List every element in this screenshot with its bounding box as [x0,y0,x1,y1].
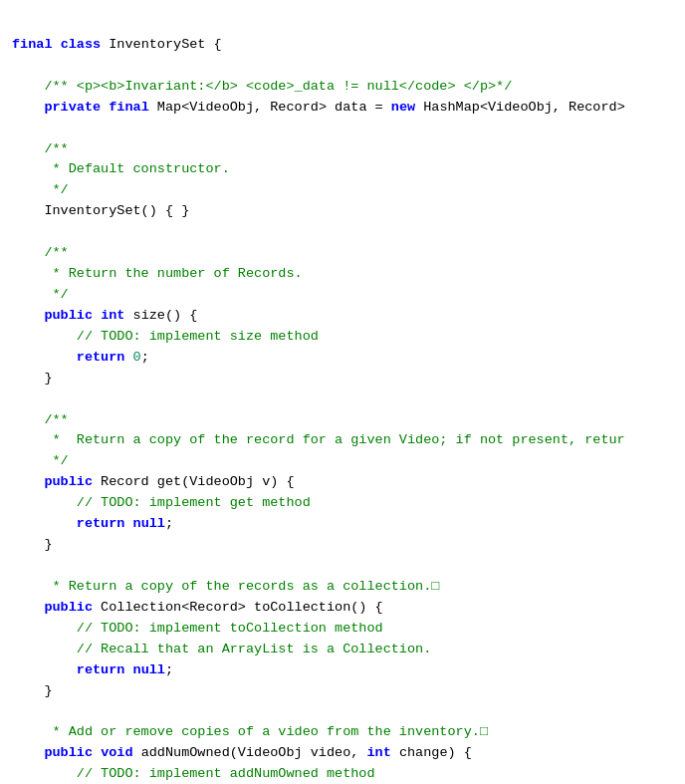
code-token: * Add or remove copies of a video from t… [12,724,488,739]
code-token [12,662,77,677]
code-token: public [44,745,93,760]
code-line: // TODO: implement size method [0,327,685,348]
code-token: ; [141,350,149,365]
code-token: addNumOwned(VideoObj video, [133,745,367,760]
code-token: void [101,745,132,760]
code-token [12,100,44,115]
code-token: // Recall that an ArrayList is a Collect… [12,642,431,656]
code-token [124,350,132,365]
code-token [12,600,44,615]
code-token: HashMap<VideoObj, Record> [415,100,625,115]
code-token: /** <p><b>Invariant:</b> <code>_data != … [12,79,512,94]
code-token: /** [12,245,69,260]
code-token: Collection<Record> toCollection() { [93,600,383,615]
code-line: public int size() { [0,306,685,327]
code-token: int [366,745,390,760]
code-token: null [133,516,165,531]
code-line: // TODO: implement toCollection method [0,619,685,640]
code-token: /** [12,412,69,427]
code-line [0,556,685,577]
code-line: } [0,681,685,702]
code-token: */ [12,453,69,468]
code-token: Record get(VideoObj v) { [93,474,295,489]
code-token [12,350,77,365]
code-line: return null; [0,660,685,681]
code-line: */ [0,451,685,472]
code-line: * Return a copy of the records as a coll… [0,577,685,598]
code-token: new [391,100,415,115]
code-token [12,745,44,760]
code-token: return [77,350,125,365]
code-line [0,56,685,77]
code-line: // Recall that an ArrayList is a Collect… [0,640,685,660]
code-token: return [77,516,125,531]
code-token: ; [165,662,173,677]
code-token: InventorySet { [101,37,222,52]
code-line: // TODO: implement get method [0,493,685,514]
code-line: public Collection<Record> toCollection()… [0,598,685,619]
code-token: /** [12,141,69,156]
code-line: */ [0,285,685,306]
code-token: class [61,37,102,52]
code-line: /** [0,243,685,264]
code-token [93,308,101,323]
code-token: ; [165,516,173,531]
code-line: /** <p><b>Invariant:</b> <code>_data != … [0,77,685,98]
code-line: public void addNumOwned(VideoObj video, … [0,743,685,764]
code-token: public [44,600,93,615]
code-line: } [0,369,685,390]
code-token: // TODO: implement toCollection method [12,621,383,636]
code-token: public [44,308,93,323]
code-line: private final Map<VideoObj, Record> data… [0,98,685,119]
code-line: /** [0,139,685,160]
code-token: // TODO: implement get method [12,495,311,510]
code-line: return null; [0,514,685,535]
code-token: } [12,371,53,386]
code-line: * Return the number of Records. [0,264,685,285]
code-token: null [133,662,165,677]
code-token: * Return a copy of the record for a give… [12,432,625,447]
code-token: Map<VideoObj, Record> data = [149,100,391,115]
code-line: } [0,535,685,556]
code-token: // TODO: implement addNumOwned method [12,766,375,781]
code-line: return 0; [0,348,685,369]
code-editor: final class InventorySet { /** <p><b>Inv… [0,10,685,784]
code-line: * Return a copy of the record for a give… [0,430,685,451]
code-token: int [101,308,124,323]
code-token: change) { [391,745,472,760]
code-token: final [12,37,53,52]
code-line [0,701,685,722]
code-token: * Return a copy of the records as a coll… [12,579,439,594]
code-token: */ [12,182,69,197]
code-token: size() { [124,308,197,323]
code-line: * Default constructor. [0,159,685,180]
code-token: // TODO: implement size method [12,329,319,344]
code-token: 0 [133,350,141,365]
code-line [0,222,685,243]
code-line: // TODO: implement addNumOwned method [0,764,685,784]
code-token: final [109,100,149,115]
code-token [93,745,101,760]
code-token: * Return the number of Records. [12,266,303,281]
code-token [124,516,132,531]
code-token: return [77,662,125,677]
code-token [53,37,61,52]
code-token: public [44,474,93,489]
code-token: InventorySet() { } [12,203,189,218]
code-token: } [12,683,53,698]
code-line: /** [0,410,685,431]
code-token: * Default constructor. [12,161,230,176]
code-line: * Add or remove copies of a video from t… [0,722,685,743]
code-token [12,516,77,531]
code-line: */ [0,180,685,201]
code-token: */ [12,287,69,302]
code-line: InventorySet() { } [0,201,685,222]
code-token [12,474,44,489]
code-token [12,308,44,323]
code-line: public Record get(VideoObj v) { [0,472,685,493]
code-line [0,390,685,410]
code-token: } [12,537,53,552]
code-line [0,119,685,139]
code-token: private [44,100,101,115]
code-token [124,662,132,677]
